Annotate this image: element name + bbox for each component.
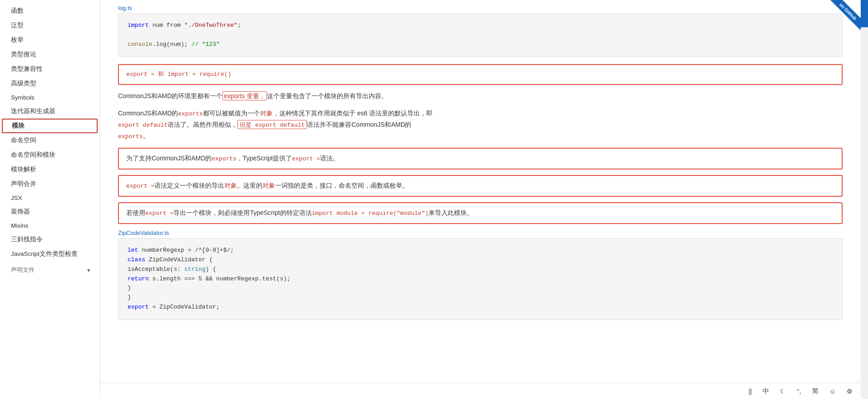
return-kw: return <box>128 275 149 282</box>
box3-kw2: import module = require("module") <box>312 210 429 217</box>
export-kw: export <box>128 304 149 310</box>
scrollbar-thumb[interactable] <box>861 0 868 27</box>
file1-comment: // "123" <box>191 41 219 48</box>
import-keyword: import <box>128 22 149 29</box>
para2-prefix: CommonJS和AMD的 <box>118 110 178 117</box>
box1-mid: ，TypeScript提供了 <box>237 155 292 162</box>
toolbar-emoji[interactable]: ☺ <box>827 387 838 396</box>
sidebar-item-namespaces[interactable]: 命名空间 <box>0 133 99 148</box>
title-highlight-box: export = 和 import = require() <box>118 64 843 85</box>
file1-name: log.ts <box>118 5 843 11</box>
file1-log: .log(num); <box>153 41 192 48</box>
class-kw: class <box>128 256 145 263</box>
sidebar-item-iterators[interactable]: 迭代器和生成器 <box>0 104 99 119</box>
file2-line6: } <box>128 293 833 303</box>
box3-mid: 导出一个模块，则必须使用TypeScript的特定语法 <box>173 209 311 216</box>
para1-highlight: exports 变量， <box>222 91 267 100</box>
para2-export-default: export default <box>118 122 168 129</box>
sidebar-section-label: 声明文件 <box>11 266 35 274</box>
file1-line1: import num from "./OneTwoThree"; <box>128 21 833 30</box>
toolbar-separator: || <box>746 387 755 396</box>
let-kw: let <box>128 247 138 254</box>
file2-line3: isAcceptable(s: string) { <box>128 265 833 274</box>
sidebar-item-type-compat[interactable]: 类型兼容性 <box>0 62 99 76</box>
para2-exports: exports <box>178 110 203 117</box>
sidebar-item-generics[interactable]: 泛型 <box>0 18 99 33</box>
para1-rest: 这个变量包含了一个模块的所有导出内容。 <box>267 92 388 100</box>
sidebar-item-mixins[interactable]: Mixins <box>0 219 99 232</box>
box2-rest: 。这里的 <box>237 182 262 189</box>
para2-end: 。 <box>143 132 149 140</box>
para2-highlight-rest: 语法并不能兼容CommonJS和AMD的 <box>307 121 411 128</box>
toolbar-simplified[interactable]: 简 <box>809 386 821 396</box>
file1-semi: ; <box>237 22 241 29</box>
toolbar-theme-moon[interactable]: ☾ <box>777 387 789 396</box>
sidebar-item-advanced-types[interactable]: 高级类型 <box>0 76 99 91</box>
file2-close1: } <box>128 284 131 291</box>
toolbar-settings[interactable]: ⚙ <box>844 387 855 396</box>
sidebar-item-js-type-checking[interactable]: JavaScript文件类型检查 <box>0 247 99 261</box>
para2-exports2: exports <box>118 133 143 140</box>
file2-line2: class ZipCodeValidator { <box>128 255 833 265</box>
file2-export: = ZipCodeValidator; <box>153 304 220 310</box>
string-type: string <box>184 266 206 273</box>
box2-obj2: 对象 <box>262 182 275 189</box>
toolbar-lang-cn[interactable]: 中 <box>760 386 772 396</box>
sidebar-section-declaration[interactable]: 声明文件 ▾ <box>0 261 99 276</box>
box1-exports: exports <box>212 155 237 162</box>
sidebar: 函数 泛型 枚举 类型推论 类型兼容性 高级类型 Symbols 迭代器和生成器… <box>0 0 100 399</box>
box3-kw1: export = <box>145 210 173 217</box>
sidebar-item-ns-modules[interactable]: 命名空间和模块 <box>0 148 99 162</box>
file2-line7: export = ZipCodeValidator; <box>128 303 833 312</box>
sidebar-item-decorators[interactable]: 装饰器 <box>0 204 99 219</box>
para2: CommonJS和AMD的exports都可以被赋值为一个对象，这种情况下其作用… <box>118 108 843 142</box>
file1-line3: console.log(num); // "123" <box>128 40 833 50</box>
sidebar-item-type-inference[interactable]: 类型推论 <box>0 47 99 62</box>
from-keyword: from <box>167 22 181 29</box>
box1-rest: 语法。 <box>320 155 339 162</box>
toolbar-dots[interactable]: °, <box>794 387 804 396</box>
file2-classname: ZipCodeValidator { <box>149 256 212 263</box>
highlight-box-2: export =语法定义一个模块的导出对象。这里的对象一词指的是类，接口，命名空… <box>118 175 843 197</box>
box3-rest: 来导入此模块。 <box>429 209 473 216</box>
console-fn: console <box>128 41 153 48</box>
file1-var: num <box>153 22 167 29</box>
box2-kw: export = <box>126 183 154 190</box>
para1-prefix: CommonJS和AMD的环境里都有一个 <box>118 92 222 100</box>
main-content: on GitHub log.ts import num from "./OneT… <box>100 0 861 399</box>
highlight-box-3: 若使用export =导出一个模块，则必须使用TypeScript的特定语法im… <box>118 202 843 224</box>
sidebar-item-jsx[interactable]: JSX <box>0 191 99 204</box>
file2-line4: return s.length === 5 && numberRegexp.te… <box>128 274 833 284</box>
para2-rest: ，这种情况下其作用就类似于 es6 语法里的默认导出，即 <box>273 110 433 117</box>
file2-return: s.length === 5 && numberRegexp.test(s); <box>149 275 291 282</box>
file2-code-block: let numberRegexp = /^[0-9]+$/; class Zip… <box>118 238 843 320</box>
para1: CommonJS和AMD的环境里都有一个exports 变量，这个变量包含了一个… <box>118 90 843 102</box>
sidebar-item-functions[interactable]: 函数 <box>0 4 99 18</box>
box2-rest2: 一词指的是类，接口，命名空间，函数或枚举。 <box>275 182 409 189</box>
file2-line5: } <box>128 284 833 293</box>
file1-code-block: import num from "./OneTwoThree"; console… <box>118 13 843 57</box>
file2-line1: let numberRegexp = /^[0-9]+$/; <box>128 246 833 255</box>
para2-mid: 都可以被赋值为一个 <box>203 110 260 117</box>
sidebar-item-enums[interactable]: 枚举 <box>0 33 99 47</box>
sidebar-item-declaration-merging[interactable]: 声明合并 <box>0 177 99 191</box>
file2-name: ZipCodeValidator.ts <box>118 229 843 236</box>
sidebar-item-triple-slash[interactable]: 三斜线指令 <box>0 232 99 247</box>
file1-string: "./OneTwoThree" <box>184 22 237 29</box>
file2-method2: ) { <box>206 266 216 273</box>
sidebar-item-symbols[interactable]: Symbols <box>0 91 99 104</box>
sidebar-item-modules[interactable]: 模块 <box>2 119 98 133</box>
right-scrollbar[interactable] <box>861 0 868 399</box>
bottom-toolbar: || 中 ☾ °, 简 ☺ ⚙ <box>100 383 861 399</box>
box3-prefix: 若使用 <box>126 209 145 216</box>
sidebar-item-module-resolution[interactable]: 模块解析 <box>0 162 99 177</box>
para2-line2-rest: 语法了。虽然作用相似， <box>168 121 237 128</box>
file2-close2: } <box>128 294 131 301</box>
box1-prefix: 为了支持CommonJS和AMD的 <box>126 155 212 162</box>
para2-obj: 对象 <box>260 110 273 117</box>
highlight-box-1: 为了支持CommonJS和AMD的exports，TypeScript提供了ex… <box>118 148 843 170</box>
box2-mid: 语法定义一个模块的导出 <box>154 182 224 189</box>
file1-blank <box>128 30 833 40</box>
box2-obj: 对象 <box>224 182 237 189</box>
para2-but-export-default: 但是 export default <box>240 122 305 129</box>
